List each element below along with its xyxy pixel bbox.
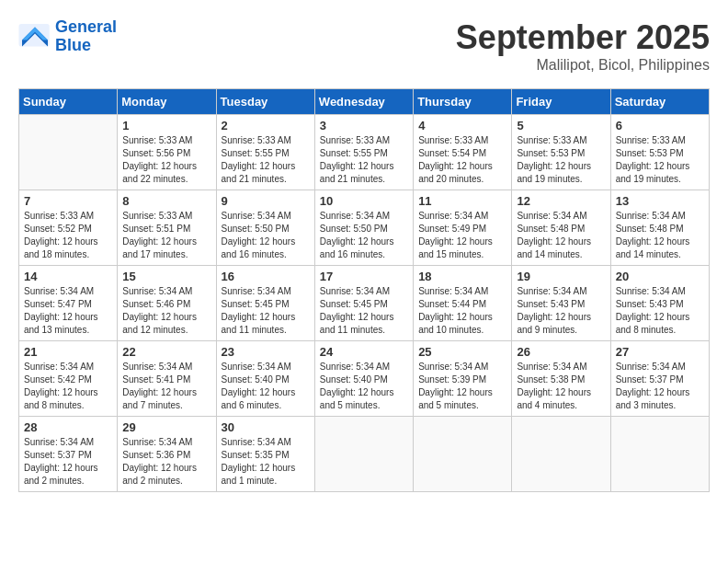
day-info: Sunrise: 5:34 AM Sunset: 5:37 PM Dayligh… — [616, 361, 704, 412]
day-info: Sunrise: 5:34 AM Sunset: 5:40 PM Dayligh… — [320, 361, 408, 412]
calendar-cell: 24Sunrise: 5:34 AM Sunset: 5:40 PM Dayli… — [314, 341, 413, 417]
day-info: Sunrise: 5:34 AM Sunset: 5:48 PM Dayligh… — [517, 210, 605, 261]
calendar-cell: 25Sunrise: 5:34 AM Sunset: 5:39 PM Dayli… — [414, 341, 512, 417]
day-number: 3 — [320, 119, 408, 132]
calendar-cell: 27Sunrise: 5:34 AM Sunset: 5:37 PM Dayli… — [610, 341, 709, 417]
day-number: 27 — [616, 345, 704, 359]
day-info: Sunrise: 5:34 AM Sunset: 5:43 PM Dayligh… — [616, 285, 704, 337]
calendar-week-4: 21Sunrise: 5:34 AM Sunset: 5:42 PM Dayli… — [19, 341, 710, 417]
day-info: Sunrise: 5:34 AM Sunset: 5:37 PM Dayligh… — [24, 436, 112, 488]
day-number: 19 — [517, 270, 605, 283]
calendar-cell: 7Sunrise: 5:33 AM Sunset: 5:52 PM Daylig… — [19, 190, 118, 266]
day-info: Sunrise: 5:33 AM Sunset: 5:55 PM Dayligh… — [320, 134, 408, 186]
day-info: Sunrise: 5:34 AM Sunset: 5:36 PM Dayligh… — [122, 436, 210, 488]
calendar-cell: 29Sunrise: 5:34 AM Sunset: 5:36 PM Dayli… — [118, 417, 216, 492]
calendar-cell: 23Sunrise: 5:34 AM Sunset: 5:40 PM Dayli… — [216, 341, 314, 417]
weekday-header-sunday: Sunday — [19, 89, 118, 115]
calendar-cell: 16Sunrise: 5:34 AM Sunset: 5:45 PM Dayli… — [216, 266, 314, 341]
logo-text: General Blue — [55, 18, 117, 55]
logo-icon — [18, 24, 51, 50]
day-number: 7 — [24, 194, 112, 208]
day-info: Sunrise: 5:34 AM Sunset: 5:44 PM Dayligh… — [418, 285, 506, 337]
day-number: 16 — [222, 270, 310, 283]
day-info: Sunrise: 5:34 AM Sunset: 5:46 PM Dayligh… — [122, 285, 210, 337]
day-info: Sunrise: 5:34 AM Sunset: 5:42 PM Dayligh… — [24, 361, 112, 412]
day-info: Sunrise: 5:34 AM Sunset: 5:41 PM Dayligh… — [122, 361, 210, 412]
calendar-cell: 6Sunrise: 5:33 AM Sunset: 5:53 PM Daylig… — [610, 115, 709, 190]
weekday-header-thursday: Thursday — [414, 89, 512, 115]
day-number: 18 — [418, 270, 506, 283]
calendar-cell — [414, 417, 512, 492]
day-info: Sunrise: 5:34 AM Sunset: 5:49 PM Dayligh… — [418, 210, 506, 261]
calendar-cell: 28Sunrise: 5:34 AM Sunset: 5:37 PM Dayli… — [19, 417, 118, 492]
calendar-cell: 30Sunrise: 5:34 AM Sunset: 5:35 PM Dayli… — [216, 417, 314, 492]
day-number: 13 — [616, 194, 704, 208]
day-number: 11 — [418, 194, 506, 208]
day-info: Sunrise: 5:33 AM Sunset: 5:55 PM Dayligh… — [222, 134, 310, 186]
day-info: Sunrise: 5:33 AM Sunset: 5:53 PM Dayligh… — [517, 134, 605, 186]
calendar-cell: 5Sunrise: 5:33 AM Sunset: 5:53 PM Daylig… — [512, 115, 610, 190]
calendar-cell: 12Sunrise: 5:34 AM Sunset: 5:48 PM Dayli… — [512, 190, 610, 266]
month-title: September 2025 — [456, 18, 710, 57]
day-info: Sunrise: 5:34 AM Sunset: 5:45 PM Dayligh… — [222, 285, 310, 337]
day-info: Sunrise: 5:33 AM Sunset: 5:53 PM Dayligh… — [616, 134, 704, 186]
day-number: 25 — [418, 345, 506, 359]
calendar-cell: 21Sunrise: 5:34 AM Sunset: 5:42 PM Dayli… — [19, 341, 118, 417]
calendar-cell: 10Sunrise: 5:34 AM Sunset: 5:50 PM Dayli… — [314, 190, 413, 266]
calendar-cell: 11Sunrise: 5:34 AM Sunset: 5:49 PM Dayli… — [414, 190, 512, 266]
day-number: 26 — [517, 345, 605, 359]
logo-line2: Blue — [55, 36, 91, 54]
day-number: 28 — [24, 420, 112, 434]
weekday-header-friday: Friday — [512, 89, 610, 115]
calendar-cell — [512, 417, 610, 492]
calendar-cell: 15Sunrise: 5:34 AM Sunset: 5:46 PM Dayli… — [118, 266, 216, 341]
calendar-cell — [610, 417, 709, 492]
calendar-cell: 9Sunrise: 5:34 AM Sunset: 5:50 PM Daylig… — [216, 190, 314, 266]
day-number: 12 — [517, 194, 605, 208]
day-number: 5 — [517, 119, 605, 132]
day-info: Sunrise: 5:34 AM Sunset: 5:50 PM Dayligh… — [222, 210, 310, 261]
calendar-cell: 14Sunrise: 5:34 AM Sunset: 5:47 PM Dayli… — [19, 266, 118, 341]
calendar-week-2: 7Sunrise: 5:33 AM Sunset: 5:52 PM Daylig… — [19, 190, 710, 266]
day-number: 24 — [320, 345, 408, 359]
day-info: Sunrise: 5:34 AM Sunset: 5:38 PM Dayligh… — [517, 361, 605, 412]
day-number: 8 — [122, 194, 210, 208]
day-number: 23 — [222, 345, 310, 359]
day-info: Sunrise: 5:33 AM Sunset: 5:52 PM Dayligh… — [24, 210, 112, 261]
day-number: 15 — [122, 270, 210, 283]
day-info: Sunrise: 5:34 AM Sunset: 5:43 PM Dayligh… — [517, 285, 605, 337]
logo-line1: General — [55, 17, 117, 36]
day-info: Sunrise: 5:34 AM Sunset: 5:39 PM Dayligh… — [418, 361, 506, 412]
day-number: 2 — [222, 119, 310, 132]
day-number: 6 — [616, 119, 704, 132]
day-number: 21 — [24, 345, 112, 359]
logo: General Blue — [18, 18, 117, 55]
day-number: 10 — [320, 194, 408, 208]
weekday-header-saturday: Saturday — [610, 89, 709, 115]
day-info: Sunrise: 5:33 AM Sunset: 5:54 PM Dayligh… — [418, 134, 506, 186]
day-number: 20 — [616, 270, 704, 283]
calendar-week-3: 14Sunrise: 5:34 AM Sunset: 5:47 PM Dayli… — [19, 266, 710, 341]
day-info: Sunrise: 5:34 AM Sunset: 5:40 PM Dayligh… — [222, 361, 310, 412]
calendar-cell: 22Sunrise: 5:34 AM Sunset: 5:41 PM Dayli… — [118, 341, 216, 417]
day-info: Sunrise: 5:34 AM Sunset: 5:50 PM Dayligh… — [320, 210, 408, 261]
weekday-header-wednesday: Wednesday — [314, 89, 413, 115]
calendar-cell — [314, 417, 413, 492]
calendar-cell: 26Sunrise: 5:34 AM Sunset: 5:38 PM Dayli… — [512, 341, 610, 417]
weekday-header-monday: Monday — [118, 89, 216, 115]
day-number: 29 — [122, 420, 210, 434]
calendar-week-1: 1Sunrise: 5:33 AM Sunset: 5:56 PM Daylig… — [19, 115, 710, 190]
day-number: 9 — [222, 194, 310, 208]
calendar-week-5: 28Sunrise: 5:34 AM Sunset: 5:37 PM Dayli… — [19, 417, 710, 492]
day-info: Sunrise: 5:33 AM Sunset: 5:56 PM Dayligh… — [122, 134, 210, 186]
calendar-table: SundayMondayTuesdayWednesdayThursdayFrid… — [18, 88, 710, 492]
day-info: Sunrise: 5:34 AM Sunset: 5:35 PM Dayligh… — [222, 436, 310, 488]
weekday-header-tuesday: Tuesday — [216, 89, 314, 115]
calendar-cell: 20Sunrise: 5:34 AM Sunset: 5:43 PM Dayli… — [610, 266, 709, 341]
location-title: Malilipot, Bicol, Philippines — [456, 57, 710, 74]
day-number: 22 — [122, 345, 210, 359]
day-number: 4 — [418, 119, 506, 132]
calendar-cell: 8Sunrise: 5:33 AM Sunset: 5:51 PM Daylig… — [118, 190, 216, 266]
calendar-cell: 19Sunrise: 5:34 AM Sunset: 5:43 PM Dayli… — [512, 266, 610, 341]
day-info: Sunrise: 5:34 AM Sunset: 5:45 PM Dayligh… — [320, 285, 408, 337]
